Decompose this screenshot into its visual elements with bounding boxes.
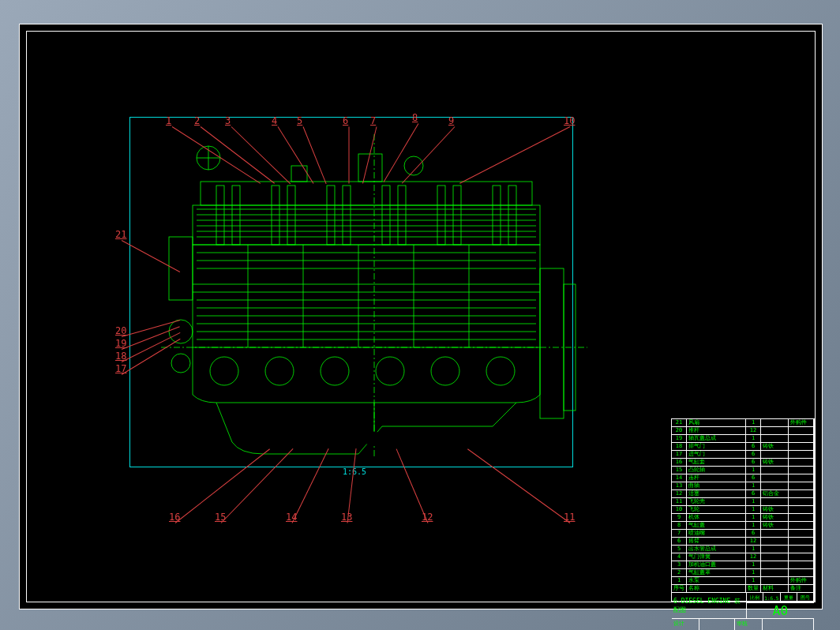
parts-header-qty: 数量: [746, 585, 761, 592]
svg-rect-6: [272, 186, 279, 245]
callout-5: 5: [297, 115, 302, 126]
svg-rect-4: [216, 186, 224, 245]
svg-rect-15: [508, 186, 516, 245]
svg-rect-3: [193, 205, 540, 245]
svg-point-25: [265, 357, 294, 385]
parts-row: 10飞轮1铸铁: [672, 506, 814, 514]
callout-1: 1: [166, 115, 171, 126]
sheet-label: 图号: [797, 593, 814, 602]
design-label: 设计: [672, 619, 699, 630]
callout-9: 9: [448, 115, 454, 126]
svg-rect-41: [358, 154, 382, 182]
svg-rect-14: [493, 186, 501, 245]
title-block: 21风扇1外购件20推杆1219轴瓦盖总成118排气门6铸铁17进气门616气缸…: [671, 418, 815, 602]
parts-row: 3加机油口盖1: [672, 561, 814, 569]
parts-row: 14连杆6: [672, 474, 814, 482]
svg-point-30: [354, 432, 394, 444]
svg-point-35: [169, 320, 193, 343]
scale-annotation: 1:6.5: [343, 467, 366, 476]
svg-rect-5: [232, 186, 240, 245]
parts-row: 15凸轮轴1: [672, 467, 814, 474]
drawing-title: 6-DIESEL ENGINE 装配图: [672, 593, 747, 618]
svg-point-36: [171, 354, 190, 373]
svg-rect-12: [437, 186, 445, 245]
weight-label: 重量: [781, 593, 797, 602]
callout-3: 3: [225, 115, 231, 126]
parts-row: 18排气门6铸铁: [672, 443, 814, 451]
parts-row: 17进气门6: [672, 451, 814, 459]
design-value: [699, 619, 735, 630]
callout-4: 4: [272, 115, 277, 126]
svg-rect-2: [201, 182, 532, 205]
callout-11: 11: [564, 512, 575, 523]
parts-row: 13曲轴1: [672, 482, 814, 490]
parts-header-no: 序号: [672, 585, 687, 592]
callout-6: 6: [343, 115, 348, 126]
parts-row: 2气缸盖罩1: [672, 569, 814, 577]
parts-row: 8气缸盖1铸铁: [672, 522, 814, 530]
scale-label: 比例: [747, 593, 763, 602]
parts-row: 16气缸套6铸铁: [672, 459, 814, 467]
svg-point-24: [210, 357, 238, 385]
drawing-canvas: 1:6.5: [27, 32, 815, 602]
svg-rect-7: [287, 186, 295, 245]
parts-row: 11飞轮壳1: [672, 498, 814, 506]
svg-rect-13: [453, 186, 461, 245]
callout-2: 2: [194, 115, 200, 126]
drawing-frame-inner: 1:6.5: [26, 31, 816, 602]
drawing-frame-outer: 1:6.5: [19, 24, 823, 609]
svg-point-29: [486, 357, 515, 385]
parts-header-note: 备注: [789, 585, 814, 592]
parts-row: 4气门弹簧12: [672, 553, 814, 561]
parts-row: 20推杆12: [672, 427, 814, 435]
svg-point-26: [321, 357, 349, 385]
parts-row: 7喷油嘴6: [672, 530, 814, 538]
sheet-size: A0: [747, 603, 814, 618]
callout-21: 21: [115, 229, 126, 240]
check-label: 审核: [735, 619, 763, 630]
svg-rect-32: [540, 268, 564, 418]
scale-value: 1:6.5: [763, 593, 780, 602]
callout-16: 16: [169, 512, 180, 523]
callout-8: 8: [412, 112, 418, 123]
leader-6: [349, 127, 350, 184]
parts-row: 5出水管总成1: [672, 546, 814, 553]
callout-10: 10: [564, 115, 575, 126]
svg-rect-11: [398, 186, 406, 245]
svg-point-28: [431, 357, 459, 385]
parts-row: 9机体1铸铁: [672, 514, 814, 522]
parts-row: 6摇臂12: [672, 538, 814, 546]
svg-point-42: [404, 156, 423, 175]
callout-15: 15: [215, 512, 226, 523]
callout-7: 7: [370, 115, 376, 126]
parts-header-mat: 材料: [761, 585, 789, 592]
parts-row: 19轴瓦盖总成1: [672, 435, 814, 443]
parts-row: 21风扇1外购件: [672, 419, 814, 427]
svg-rect-9: [343, 186, 351, 245]
parts-header-name: 名称: [687, 585, 746, 592]
svg-point-27: [376, 357, 404, 385]
svg-rect-8: [327, 186, 335, 245]
parts-row: 1水泵1外购件: [672, 577, 814, 585]
svg-rect-16: [193, 245, 540, 347]
engine-cross-section: [153, 126, 595, 466]
check-value: [763, 619, 814, 630]
parts-row: 12活塞6铝合金: [672, 490, 814, 498]
svg-rect-10: [382, 186, 390, 245]
